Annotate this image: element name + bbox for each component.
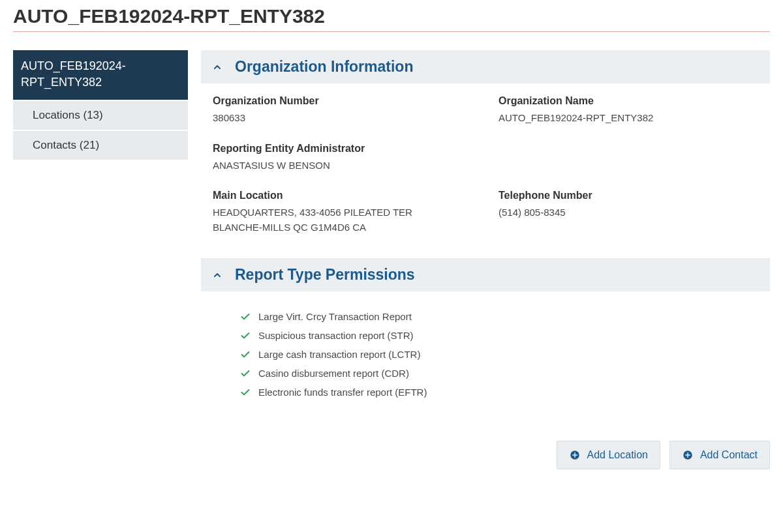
permissions-header[interactable]: Report Type Permissions xyxy=(201,258,770,291)
main-layout: AUTO_FEB192024-RPT_ENTY382 Locations (13… xyxy=(13,50,770,469)
chevron-up-icon xyxy=(211,269,223,281)
check-icon xyxy=(240,368,251,379)
sidebar: AUTO_FEB192024-RPT_ENTY382 Locations (13… xyxy=(13,50,188,161)
permission-item: Large cash transaction report (LCTR) xyxy=(240,345,770,364)
field-label: Main Location xyxy=(213,190,472,201)
field-org-name: Organization Name AUTO_FEB192024-RPT_ENT… xyxy=(499,95,758,126)
check-icon xyxy=(240,331,251,341)
permission-item: Casino disbursement report (CDR) xyxy=(240,364,770,383)
add-location-button[interactable]: Add Location xyxy=(557,441,660,469)
permission-item: Electronic funds transfer report (EFTR) xyxy=(240,383,770,402)
chevron-up-icon xyxy=(211,61,223,73)
field-label: Telephone Number xyxy=(499,190,758,201)
org-info-header[interactable]: Organization Information xyxy=(201,50,770,83)
page-title: AUTO_FEB192024-RPT_ENTY382 xyxy=(13,5,770,32)
permission-label: Large Virt. Crcy Transaction Report xyxy=(258,311,412,322)
action-bar: Add Location Add Contact xyxy=(201,441,770,469)
button-label: Add Location xyxy=(587,449,648,461)
plus-circle-icon xyxy=(682,449,694,461)
sidebar-item-label: Locations (13) xyxy=(33,109,103,121)
field-main-location: Main Location HEADQUARTERS, 433-4056 PIL… xyxy=(213,190,472,235)
sidebar-item-contacts[interactable]: Contacts (21) xyxy=(13,131,188,160)
section-title: Organization Information xyxy=(235,58,413,76)
sidebar-item-label: Contacts (21) xyxy=(33,139,99,151)
permission-label: Suspicious transaction report (STR) xyxy=(258,330,414,341)
main-content: Organization Information Organization Nu… xyxy=(201,50,770,469)
field-label: Reporting Entity Administrator xyxy=(213,143,758,155)
field-label: Organization Number xyxy=(213,95,472,107)
sidebar-item-locations[interactable]: Locations (13) xyxy=(13,101,188,130)
field-value: 380633 xyxy=(213,111,472,126)
field-label: Organization Name xyxy=(499,95,758,107)
permission-item: Suspicious transaction report (STR) xyxy=(240,326,770,345)
sidebar-item-label: AUTO_FEB192024-RPT_ENTY382 xyxy=(21,59,126,89)
field-value: HEADQUARTERS, 433-4056 PILEATED TER BLAN… xyxy=(213,205,454,235)
field-org-number: Organization Number 380633 xyxy=(213,95,472,126)
sidebar-item-entity[interactable]: AUTO_FEB192024-RPT_ENTY382 xyxy=(13,50,188,100)
check-icon xyxy=(240,312,251,322)
button-label: Add Contact xyxy=(700,449,758,461)
add-contact-button[interactable]: Add Contact xyxy=(669,441,770,469)
plus-circle-icon xyxy=(569,449,581,461)
section-title: Report Type Permissions xyxy=(235,266,415,284)
permission-label: Casino disbursement report (CDR) xyxy=(258,368,409,379)
permission-label: Electronic funds transfer report (EFTR) xyxy=(258,387,427,398)
permissions-list: Large Virt. Crcy Transaction Report Susp… xyxy=(201,303,770,402)
permission-item: Large Virt. Crcy Transaction Report xyxy=(240,307,770,326)
field-telephone: Telephone Number (514) 805-8345 xyxy=(499,190,758,235)
field-admin: Reporting Entity Administrator ANASTASIU… xyxy=(213,143,758,173)
field-value: ANASTASIUS W BENSON xyxy=(213,158,758,173)
permission-label: Large cash transaction report (LCTR) xyxy=(258,349,420,360)
org-info-grid: Organization Number 380633 Organization … xyxy=(201,95,770,258)
field-value: AUTO_FEB192024-RPT_ENTY382 xyxy=(499,111,758,126)
check-icon xyxy=(240,387,251,398)
field-value: (514) 805-8345 xyxy=(499,205,758,220)
check-icon xyxy=(240,349,251,360)
